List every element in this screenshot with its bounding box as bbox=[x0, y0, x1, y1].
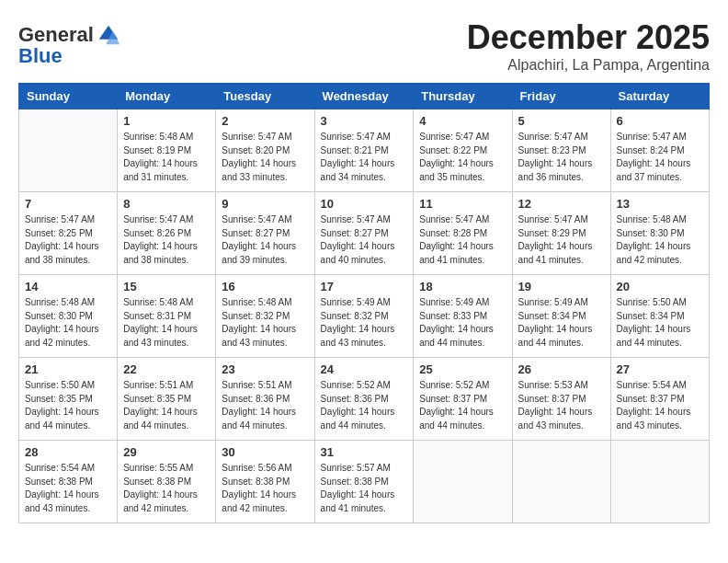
day-info: Sunrise: 5:54 AMSunset: 8:38 PMDaylight:… bbox=[25, 462, 111, 515]
day-info: Sunrise: 5:47 AMSunset: 8:28 PMDaylight:… bbox=[419, 213, 506, 267]
calendar-cell: 27Sunrise: 5:54 AMSunset: 8:37 PMDayligh… bbox=[610, 358, 709, 441]
day-info: Sunrise: 5:47 AMSunset: 8:22 PMDaylight:… bbox=[419, 131, 506, 184]
calendar-cell bbox=[610, 441, 709, 523]
day-info: Sunrise: 5:54 AMSunset: 8:37 PMDaylight:… bbox=[617, 379, 703, 432]
calendar-cell: 7Sunrise: 5:47 AMSunset: 8:25 PMDaylight… bbox=[19, 192, 118, 275]
calendar-cell: 25Sunrise: 5:52 AMSunset: 8:37 PMDayligh… bbox=[414, 358, 512, 441]
calendar-cell: 14Sunrise: 5:48 AMSunset: 8:30 PMDayligh… bbox=[19, 275, 118, 358]
calendar-cell: 8Sunrise: 5:47 AMSunset: 8:26 PMDaylight… bbox=[118, 192, 216, 275]
page-header: General Blue December 2025 Alpachiri, La… bbox=[18, 18, 710, 74]
day-number: 23 bbox=[222, 362, 308, 376]
title-block: December 2025 Alpachiri, La Pampa, Argen… bbox=[467, 18, 710, 74]
week-row-5: 28Sunrise: 5:54 AMSunset: 8:38 PMDayligh… bbox=[19, 441, 710, 523]
day-info: Sunrise: 5:47 AMSunset: 8:24 PMDaylight:… bbox=[617, 131, 703, 184]
calendar-cell: 28Sunrise: 5:54 AMSunset: 8:38 PMDayligh… bbox=[19, 441, 118, 523]
day-number: 4 bbox=[419, 114, 506, 128]
day-number: 14 bbox=[25, 280, 111, 293]
calendar-cell: 13Sunrise: 5:48 AMSunset: 8:30 PMDayligh… bbox=[610, 192, 709, 275]
day-number: 27 bbox=[617, 362, 703, 376]
day-info: Sunrise: 5:57 AMSunset: 8:38 PMDaylight:… bbox=[321, 462, 408, 515]
calendar-cell: 6Sunrise: 5:47 AMSunset: 8:24 PMDaylight… bbox=[610, 109, 709, 192]
day-number: 30 bbox=[222, 445, 308, 459]
calendar-cell: 2Sunrise: 5:47 AMSunset: 8:20 PMDaylight… bbox=[216, 109, 314, 192]
calendar-cell: 24Sunrise: 5:52 AMSunset: 8:36 PMDayligh… bbox=[314, 358, 414, 441]
day-number: 12 bbox=[518, 197, 605, 211]
calendar-cell: 4Sunrise: 5:47 AMSunset: 8:22 PMDaylight… bbox=[414, 109, 512, 192]
col-header-sunday: Sunday bbox=[19, 84, 118, 109]
calendar-cell: 26Sunrise: 5:53 AMSunset: 8:37 PMDayligh… bbox=[512, 358, 610, 441]
week-row-2: 7Sunrise: 5:47 AMSunset: 8:25 PMDaylight… bbox=[19, 192, 710, 275]
day-info: Sunrise: 5:47 AMSunset: 8:25 PMDaylight:… bbox=[25, 213, 111, 267]
day-number: 13 bbox=[617, 197, 703, 211]
day-info: Sunrise: 5:52 AMSunset: 8:36 PMDaylight:… bbox=[321, 379, 408, 432]
calendar-cell: 21Sunrise: 5:50 AMSunset: 8:35 PMDayligh… bbox=[19, 358, 118, 441]
day-number: 29 bbox=[123, 445, 210, 459]
col-header-friday: Friday bbox=[512, 84, 610, 109]
calendar-cell bbox=[19, 109, 118, 192]
calendar-cell: 12Sunrise: 5:47 AMSunset: 8:29 PMDayligh… bbox=[512, 192, 610, 275]
day-info: Sunrise: 5:50 AMSunset: 8:35 PMDaylight:… bbox=[25, 379, 111, 432]
page-title: December 2025 bbox=[467, 18, 710, 57]
day-info: Sunrise: 5:48 AMSunset: 8:30 PMDaylight:… bbox=[25, 296, 111, 350]
day-info: Sunrise: 5:51 AMSunset: 8:35 PMDaylight:… bbox=[123, 379, 210, 432]
day-info: Sunrise: 5:47 AMSunset: 8:27 PMDaylight:… bbox=[321, 213, 408, 267]
calendar-cell: 30Sunrise: 5:56 AMSunset: 8:38 PMDayligh… bbox=[216, 441, 314, 523]
calendar-cell: 22Sunrise: 5:51 AMSunset: 8:35 PMDayligh… bbox=[118, 358, 216, 441]
calendar-table: SundayMondayTuesdayWednesdayThursdayFrid… bbox=[18, 83, 710, 523]
day-number: 1 bbox=[123, 114, 210, 128]
calendar-cell: 19Sunrise: 5:49 AMSunset: 8:34 PMDayligh… bbox=[512, 275, 610, 358]
calendar-cell: 31Sunrise: 5:57 AMSunset: 8:38 PMDayligh… bbox=[314, 441, 414, 523]
calendar-cell: 18Sunrise: 5:49 AMSunset: 8:33 PMDayligh… bbox=[414, 275, 512, 358]
day-number: 20 bbox=[617, 280, 703, 293]
week-row-4: 21Sunrise: 5:50 AMSunset: 8:35 PMDayligh… bbox=[19, 358, 710, 441]
day-info: Sunrise: 5:48 AMSunset: 8:32 PMDaylight:… bbox=[222, 296, 308, 350]
day-number: 10 bbox=[321, 197, 408, 211]
day-info: Sunrise: 5:47 AMSunset: 8:23 PMDaylight:… bbox=[518, 131, 605, 184]
day-info: Sunrise: 5:47 AMSunset: 8:20 PMDaylight:… bbox=[222, 131, 308, 184]
col-header-tuesday: Tuesday bbox=[216, 84, 314, 109]
calendar-cell: 5Sunrise: 5:47 AMSunset: 8:23 PMDaylight… bbox=[512, 109, 610, 192]
day-info: Sunrise: 5:49 AMSunset: 8:32 PMDaylight:… bbox=[321, 296, 408, 350]
logo: General Blue bbox=[18, 22, 121, 68]
calendar-header-row: SundayMondayTuesdayWednesdayThursdayFrid… bbox=[19, 84, 710, 109]
day-number: 25 bbox=[419, 362, 506, 376]
day-info: Sunrise: 5:53 AMSunset: 8:37 PMDaylight:… bbox=[518, 379, 605, 432]
col-header-saturday: Saturday bbox=[610, 84, 709, 109]
calendar-cell: 10Sunrise: 5:47 AMSunset: 8:27 PMDayligh… bbox=[314, 192, 414, 275]
page-subtitle: Alpachiri, La Pampa, Argentina bbox=[467, 57, 710, 74]
calendar-cell bbox=[512, 441, 610, 523]
day-info: Sunrise: 5:47 AMSunset: 8:27 PMDaylight:… bbox=[222, 213, 308, 267]
col-header-wednesday: Wednesday bbox=[314, 84, 414, 109]
day-info: Sunrise: 5:49 AMSunset: 8:34 PMDaylight:… bbox=[518, 296, 605, 350]
day-number: 26 bbox=[518, 362, 605, 376]
day-number: 6 bbox=[617, 114, 703, 128]
day-number: 11 bbox=[419, 197, 506, 211]
day-number: 31 bbox=[321, 445, 408, 459]
col-header-monday: Monday bbox=[118, 84, 216, 109]
day-number: 18 bbox=[419, 280, 506, 293]
calendar-cell: 20Sunrise: 5:50 AMSunset: 8:34 PMDayligh… bbox=[610, 275, 709, 358]
day-number: 7 bbox=[25, 197, 111, 211]
day-number: 2 bbox=[222, 114, 308, 128]
day-info: Sunrise: 5:47 AMSunset: 8:29 PMDaylight:… bbox=[518, 213, 605, 267]
day-info: Sunrise: 5:47 AMSunset: 8:26 PMDaylight:… bbox=[123, 213, 210, 267]
logo-icon bbox=[96, 22, 121, 48]
day-number: 24 bbox=[321, 362, 408, 376]
day-info: Sunrise: 5:48 AMSunset: 8:30 PMDaylight:… bbox=[617, 213, 703, 267]
calendar-cell: 29Sunrise: 5:55 AMSunset: 8:38 PMDayligh… bbox=[118, 441, 216, 523]
calendar-cell: 17Sunrise: 5:49 AMSunset: 8:32 PMDayligh… bbox=[314, 275, 414, 358]
day-info: Sunrise: 5:49 AMSunset: 8:33 PMDaylight:… bbox=[419, 296, 506, 350]
day-info: Sunrise: 5:48 AMSunset: 8:31 PMDaylight:… bbox=[123, 296, 210, 350]
day-info: Sunrise: 5:50 AMSunset: 8:34 PMDaylight:… bbox=[617, 296, 703, 350]
day-number: 16 bbox=[222, 280, 308, 293]
day-info: Sunrise: 5:52 AMSunset: 8:37 PMDaylight:… bbox=[419, 379, 506, 432]
calendar-cell: 11Sunrise: 5:47 AMSunset: 8:28 PMDayligh… bbox=[414, 192, 512, 275]
day-number: 21 bbox=[25, 362, 111, 376]
day-number: 15 bbox=[123, 280, 210, 293]
day-number: 5 bbox=[518, 114, 605, 128]
day-number: 3 bbox=[321, 114, 408, 128]
day-number: 22 bbox=[123, 362, 210, 376]
calendar-cell: 9Sunrise: 5:47 AMSunset: 8:27 PMDaylight… bbox=[216, 192, 314, 275]
week-row-1: 1Sunrise: 5:48 AMSunset: 8:19 PMDaylight… bbox=[19, 109, 710, 192]
day-info: Sunrise: 5:55 AMSunset: 8:38 PMDaylight:… bbox=[123, 462, 210, 515]
